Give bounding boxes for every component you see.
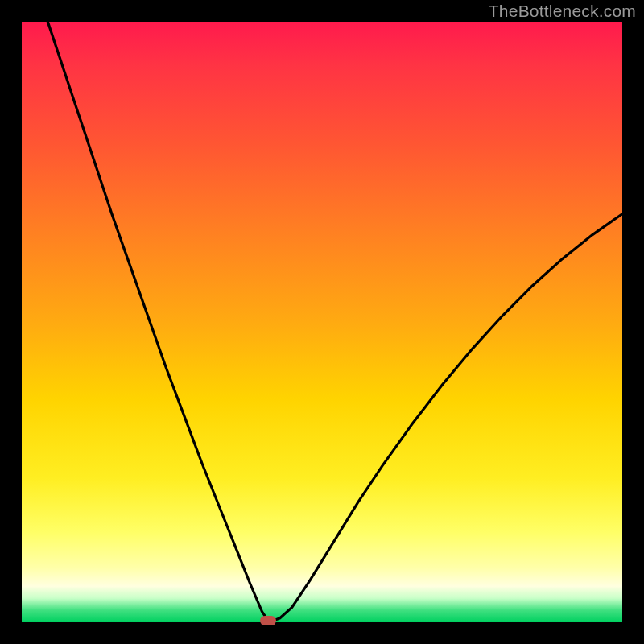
watermark-text: TheBottleneck.com — [489, 2, 636, 21]
outer-frame: TheBottleneck.com — [0, 0, 644, 644]
optimum-marker — [260, 616, 276, 625]
bottleneck-curve — [22, 22, 622, 622]
